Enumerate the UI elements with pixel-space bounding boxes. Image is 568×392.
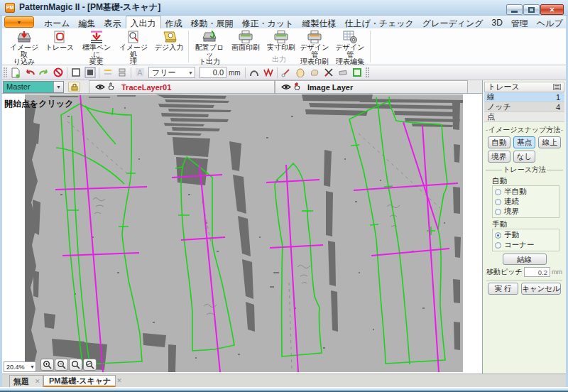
ribbon-screen-print[interactable]: 画面印刷: [228, 29, 263, 58]
pitch-input[interactable]: 0.2: [524, 267, 550, 277]
pen-line-icon[interactable]: [279, 66, 293, 79]
new-document-icon[interactable]: [9, 66, 23, 79]
title-bar: PM PatternMagic II - [PM基礎-スキャナ] ✕: [0, 0, 568, 16]
pen-mode-select[interactable]: フリー▼: [148, 67, 195, 78]
eraser-icon[interactable]: [336, 66, 350, 79]
trace-row-point[interactable]: 点: [484, 112, 564, 122]
text-icon[interactable]: A: [133, 66, 147, 79]
stack-icon[interactable]: [115, 66, 129, 79]
close-tab-icon[interactable]: ✕: [116, 377, 122, 384]
zoom-window-button[interactable]: [69, 359, 82, 371]
layer-lock-button[interactable]: [68, 82, 80, 92]
menu-finish[interactable]: 仕上げ・チェック: [340, 16, 417, 28]
connect-button[interactable]: 結線: [503, 254, 547, 265]
inactive-hand-icon[interactable]: [294, 82, 300, 92]
menu-sewing[interactable]: 縫製仕様: [297, 16, 340, 28]
document-tab-bar: 無題✕ PM基礎-スキャナ✕: [2, 374, 566, 387]
application-window: PM PatternMagic II - [PM基礎-スキャナ] ✕ ▼ ホーム…: [0, 0, 568, 392]
trace-row-line[interactable]: 線1: [484, 92, 564, 102]
layer-tab-image[interactable]: Image Layer: [275, 80, 468, 93]
zoom-level-select[interactable]: 20.4%▼: [4, 361, 36, 372]
menu-bar: ▼ ホーム 編集 表示 入出力 作成 移動・展開 修正・カット 縫製仕様 仕上げ…: [2, 16, 566, 28]
scanned-pattern-image: [25, 94, 463, 374]
close-tab-icon[interactable]: ✕: [35, 378, 40, 385]
toolbar: A フリー▼ 0.0 mm: [2, 65, 566, 80]
arc-icon[interactable]: [247, 66, 261, 79]
radio-continuous[interactable]: 連続: [495, 197, 557, 207]
menu-grading[interactable]: グレーディング: [418, 16, 488, 28]
snap-boundary-button[interactable]: 境界: [488, 151, 510, 163]
select-rect-icon[interactable]: [69, 66, 83, 79]
menu-3d[interactable]: 3D: [488, 16, 507, 28]
radio-manual[interactable]: 手動: [495, 230, 557, 240]
cancel-button-panel[interactable]: キャンセル: [521, 283, 561, 295]
layer-bar: Master ▼ TraceLayer01 Image Layer: [2, 80, 482, 94]
ribbon-image-process[interactable]: イメージ処 理: [116, 29, 151, 58]
hlines-icon[interactable]: [101, 66, 115, 79]
ribbon-design-edit[interactable]: デザイン管 理表編集: [332, 29, 368, 58]
zoom-fit-button[interactable]: [83, 359, 97, 371]
ribbon-image-import[interactable]: イメージ取 り込み: [6, 29, 42, 58]
green-rect-icon[interactable]: [350, 66, 364, 79]
svg-text:A: A: [137, 68, 143, 77]
select-filled-icon[interactable]: [83, 66, 97, 79]
menu-manage[interactable]: 管理: [507, 16, 532, 28]
snap-base-button[interactable]: 基点: [513, 136, 536, 148]
ribbon-plot-output[interactable]: 配置プロッ ト出力: [192, 29, 227, 58]
zigzag-icon[interactable]: [261, 66, 275, 79]
execute-button[interactable]: 実 行: [488, 283, 518, 295]
radio-boundary[interactable]: 境界: [495, 207, 557, 217]
undo-icon[interactable]: [23, 66, 37, 79]
ribbon-standard-pen[interactable]: 標準ペンに 変更: [79, 29, 114, 58]
close-button[interactable]: ✕: [540, 4, 564, 15]
doc-tab-current[interactable]: PM基礎-スキャナ✕: [43, 375, 116, 388]
radio-corner[interactable]: コーナー: [495, 240, 557, 250]
panel-menu-icon[interactable]: [553, 84, 561, 90]
menu-create[interactable]: 作成: [161, 16, 187, 28]
pitch-label: 移動ピッチ: [486, 267, 523, 277]
ribbon-actual-print[interactable]: 実寸印刷: [263, 29, 299, 58]
offset-input[interactable]: 0.0: [200, 67, 226, 78]
active-hand-icon[interactable]: [108, 82, 114, 92]
blob-shape-icon[interactable]: [307, 66, 322, 79]
snap-auto-button[interactable]: 自動: [488, 136, 510, 148]
ribbon-digitize[interactable]: デジ入力: [151, 29, 187, 58]
minimize-button[interactable]: [506, 4, 523, 15]
snap-online-button[interactable]: 線上: [538, 136, 561, 148]
ribbon-design-print[interactable]: デザイン管 理表印刷: [297, 29, 332, 58]
menu-home[interactable]: ホーム: [40, 16, 75, 28]
master-layer-select[interactable]: Master ▼: [3, 81, 64, 93]
ribbon-trace[interactable]: トレース: [42, 29, 77, 58]
visibility-eye-icon[interactable]: [95, 83, 105, 92]
status-strip: [0, 387, 568, 392]
layer-tab-trace[interactable]: TraceLayer01: [89, 80, 275, 93]
menu-view[interactable]: 表示: [100, 16, 126, 28]
menu-help[interactable]: ヘルプ: [532, 16, 567, 28]
radio-semiauto[interactable]: 半自動: [495, 187, 557, 197]
window-title: PatternMagic II - [PM基礎-スキャナ]: [19, 1, 160, 13]
manual-group-label: 手動: [492, 219, 559, 229]
actual-print-icon: [272, 31, 290, 43]
zoom-controls: 20.4%▼: [4, 359, 97, 372]
application-menu-button[interactable]: ▼: [4, 16, 34, 28]
pitch-unit: mm: [552, 268, 562, 276]
cancel-command-icon[interactable]: [51, 66, 65, 79]
zoom-in-button[interactable]: [40, 359, 54, 371]
egg-shape-icon[interactable]: [293, 66, 307, 79]
screen-print-icon: [236, 31, 255, 43]
redo-icon[interactable]: [37, 66, 51, 79]
zoom-out-button[interactable]: [55, 359, 68, 371]
visibility-eye-icon[interactable]: [281, 83, 291, 92]
snap-none-button[interactable]: なし: [513, 151, 536, 163]
menu-io[interactable]: 入出力: [126, 16, 161, 28]
plot-output-icon: [200, 31, 219, 43]
drawing-canvas[interactable]: 開始点をクリック 20.4%▼: [2, 94, 482, 374]
cut-icon[interactable]: [322, 66, 336, 79]
trace-row-notch[interactable]: ノッチ4: [484, 102, 564, 112]
maximize-button[interactable]: [523, 4, 540, 15]
menu-edit[interactable]: 編集: [75, 16, 100, 28]
panel-title: トレース: [488, 82, 520, 92]
menu-move[interactable]: 移動・展開: [187, 16, 238, 28]
doc-tab-untitled[interactable]: 無題✕: [9, 375, 43, 388]
menu-modify[interactable]: 修正・カット: [238, 16, 298, 28]
